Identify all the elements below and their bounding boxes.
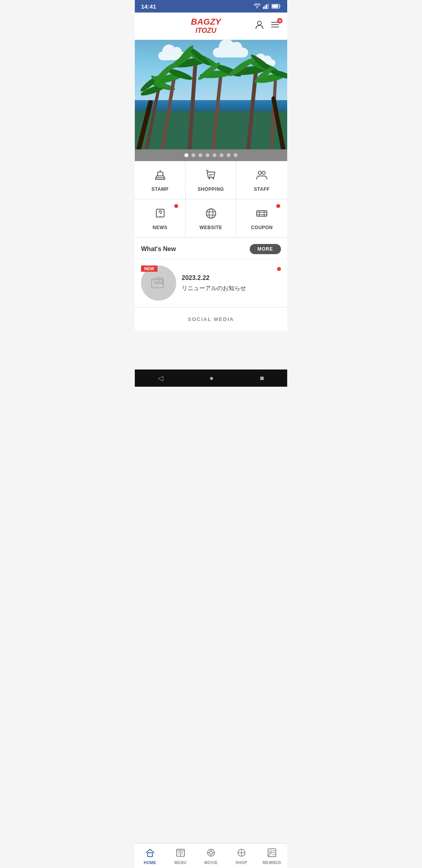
dot-1[interactable]	[184, 153, 188, 157]
svg-point-49	[160, 216, 161, 217]
more-button[interactable]: MORE	[250, 244, 281, 254]
back-button[interactable]: ◁	[158, 374, 163, 382]
stamp-label: STAMP	[152, 187, 169, 192]
news-date: 2023.2.22	[182, 274, 281, 282]
grid-menu: STAMP SHOPPING STAFF	[135, 161, 287, 238]
svg-rect-42	[156, 178, 165, 179]
coupon-notification	[276, 204, 280, 208]
svg-point-45	[209, 178, 210, 179]
dot-6[interactable]	[220, 153, 224, 157]
home-hw-button[interactable]: ●	[209, 374, 214, 382]
svg-point-50	[206, 209, 216, 218]
time-display: 14:41	[141, 3, 156, 10]
status-bar: 14:41	[135, 0, 287, 13]
staff-menu-item[interactable]: STAFF	[236, 161, 287, 199]
svg-point-47	[258, 171, 261, 174]
coupon-menu-item[interactable]: COUPON	[236, 199, 287, 237]
new-badge: NEW	[141, 265, 157, 272]
news-icon	[153, 206, 167, 222]
staff-icon	[255, 168, 269, 184]
android-navigation: ◁ ● ■	[135, 369, 287, 387]
profile-button[interactable]	[254, 20, 265, 32]
cloud-3	[252, 59, 275, 66]
logo-line1: BAGZY	[191, 17, 221, 27]
website-label: WEBSITE	[199, 225, 222, 230]
battery-icon	[272, 4, 281, 9]
dot-4[interactable]	[206, 153, 209, 157]
news-text: リニューアルのお知らせ	[182, 285, 281, 292]
shopping-icon	[204, 168, 218, 184]
news-card[interactable]: NEW 2023.2.22 リニューアルのお知らせ	[135, 259, 287, 307]
stamp-menu-item[interactable]: STAMP	[135, 161, 186, 199]
coupon-icon	[255, 206, 269, 222]
svg-point-7	[257, 21, 261, 25]
sky	[135, 40, 287, 100]
svg-rect-5	[280, 5, 281, 7]
svg-rect-2	[266, 4, 267, 9]
coupon-label: COUPON	[251, 225, 273, 230]
svg-point-61	[157, 280, 160, 282]
recents-button[interactable]: ■	[260, 374, 264, 382]
hero-scene	[135, 40, 287, 149]
thumbnail-icon	[151, 277, 166, 289]
dot-5[interactable]	[213, 153, 216, 157]
news-notification	[174, 204, 178, 208]
cloud-1	[158, 52, 186, 60]
shopping-menu-item[interactable]: SHOPPING	[186, 161, 236, 199]
svg-rect-1	[265, 5, 266, 9]
website-menu-item[interactable]: WEBSITE	[186, 199, 236, 237]
shopping-label: SHOPPING	[198, 187, 224, 192]
dot-3[interactable]	[198, 153, 202, 157]
news-menu-item[interactable]: NEWS	[135, 199, 186, 237]
wifi-icon	[254, 4, 261, 9]
whats-new-title: What's New	[141, 246, 176, 253]
svg-rect-6	[272, 5, 278, 8]
svg-rect-3	[268, 4, 269, 9]
news-read-dot	[277, 267, 281, 271]
dot-2[interactable]	[191, 153, 195, 157]
logo-line2: ITOZU	[191, 27, 221, 35]
whats-new-header: What's New MORE	[135, 238, 287, 259]
header: BAGZY ITOZU N	[135, 13, 287, 40]
stamp-icon	[153, 168, 167, 184]
svg-point-48	[262, 171, 265, 174]
social-media-section: SOCIAL MEDIA	[135, 307, 287, 330]
website-icon	[204, 206, 218, 222]
svg-point-51	[209, 209, 213, 218]
status-icons	[254, 4, 281, 9]
social-label: SOCIAL MEDIA	[188, 316, 234, 322]
header-icons: N	[254, 20, 280, 32]
news-label: NEWS	[153, 225, 168, 230]
carousel-dots	[135, 149, 287, 161]
svg-rect-54	[257, 211, 267, 216]
svg-point-46	[213, 178, 214, 179]
dot-7[interactable]	[227, 153, 231, 157]
signal-icon	[263, 4, 269, 9]
menu-badge: N	[277, 18, 283, 23]
svg-rect-43	[157, 172, 163, 176]
menu-button[interactable]: N	[270, 20, 280, 32]
dot-8[interactable]	[234, 153, 238, 157]
logo: BAGZY ITOZU	[191, 17, 221, 35]
svg-rect-0	[263, 7, 264, 9]
ground	[135, 111, 287, 149]
hero-banner	[135, 40, 287, 149]
cloud-2	[213, 48, 248, 57]
staff-label: STAFF	[254, 187, 270, 192]
news-content: 2023.2.22 リニューアルのお知らせ	[182, 274, 281, 292]
